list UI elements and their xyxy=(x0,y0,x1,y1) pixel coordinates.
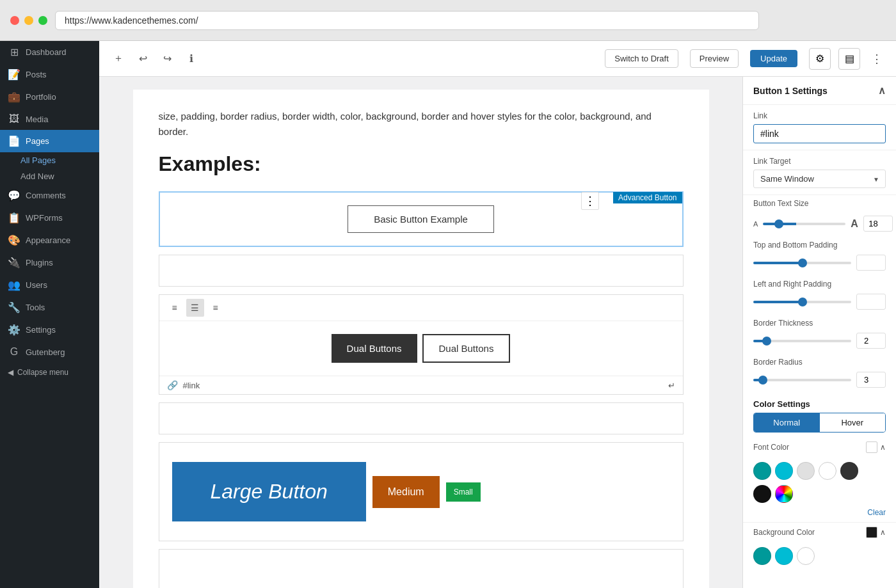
bg-swatch-white[interactable] xyxy=(797,547,815,565)
swatch-white[interactable] xyxy=(819,462,836,480)
sidebar-item-label: Pages xyxy=(26,136,49,146)
block-menu-icon[interactable]: ⋮ xyxy=(581,192,599,210)
sidebar-item-comments[interactable]: 💬 Comments xyxy=(0,184,99,207)
sidebar: ⊞ Dashboard 📝 Posts 💼 Portfolio 🖼 Media … xyxy=(0,41,99,588)
collapse-menu-button[interactable]: ◀ Collapse menu xyxy=(0,363,99,382)
browser-chrome: https://www.kadencethemes.com/ xyxy=(0,0,896,41)
top-bottom-padding-number[interactable] xyxy=(856,255,886,271)
sidebar-item-media[interactable]: 🖼 Media xyxy=(0,108,99,130)
dual-button-1[interactable]: Dual Buttons xyxy=(332,334,417,363)
border-radius-row xyxy=(743,369,896,393)
sidebar-item-label: Comments xyxy=(26,191,66,200)
undo-icon[interactable]: ↩ xyxy=(134,50,152,68)
editor-content: size, padding, border radius, border wid… xyxy=(133,90,709,588)
border-thickness-number[interactable] xyxy=(856,333,886,349)
sidebar-item-plugins[interactable]: 🔌 Plugins xyxy=(0,251,99,274)
link-field-container: Link xyxy=(743,105,896,150)
preview-button[interactable]: Preview xyxy=(690,49,739,68)
appearance-icon: 🎨 xyxy=(8,234,20,246)
align-left-button[interactable]: ≡ xyxy=(166,299,184,317)
top-bottom-padding-slider[interactable] xyxy=(753,262,851,264)
text-size-number[interactable] xyxy=(863,216,893,232)
font-color-chevron-icon[interactable]: ∧ xyxy=(880,443,886,452)
info-icon[interactable]: ℹ xyxy=(182,50,200,68)
update-button[interactable]: Update xyxy=(750,50,797,67)
switch-to-draft-button[interactable]: Switch to Draft xyxy=(605,49,678,68)
border-radius-number[interactable] xyxy=(856,372,886,388)
swatch-black[interactable] xyxy=(753,485,771,503)
bg-swatch-teal2[interactable] xyxy=(775,547,793,565)
sidebar-item-users[interactable]: 👥 Users xyxy=(0,274,99,296)
editor-area: size, padding, border radius, border wid… xyxy=(99,77,742,588)
bg-color-section: Background Color ∧ xyxy=(743,522,896,547)
sidebar-item-label: Portfolio xyxy=(26,92,56,102)
align-right-button[interactable]: ≡ xyxy=(207,299,225,317)
border-radius-label: Border Radius xyxy=(743,354,896,369)
dual-toolbar: ≡ ☰ ≡ xyxy=(159,295,683,321)
sidebar-item-settings[interactable]: ⚙️ Settings xyxy=(0,319,99,341)
examples-heading: Examples: xyxy=(159,152,684,176)
bg-color-label: Background Color xyxy=(753,528,815,537)
border-thickness-slider[interactable] xyxy=(753,340,851,342)
sidebar-item-dashboard[interactable]: ⊞ Dashboard xyxy=(0,41,99,63)
maximize-button[interactable] xyxy=(38,16,47,25)
plugins-icon: 🔌 xyxy=(8,257,20,269)
redo-icon[interactable]: ↪ xyxy=(158,50,176,68)
left-right-padding-slider[interactable] xyxy=(753,301,851,303)
medium-button[interactable]: Medium xyxy=(372,476,440,508)
address-bar[interactable]: https://www.kadencethemes.com/ xyxy=(55,11,759,30)
normal-tab[interactable]: Normal xyxy=(754,413,820,432)
dual-button-2[interactable]: Dual Buttons xyxy=(422,334,511,363)
minimize-button[interactable] xyxy=(24,16,33,25)
border-thickness-row xyxy=(743,330,896,354)
empty-block-1 xyxy=(159,255,684,287)
sidebar-item-wpforms[interactable]: 📋 WPForms xyxy=(0,207,99,229)
close-button[interactable] xyxy=(10,16,19,25)
text-size-small-label: A xyxy=(753,220,758,228)
add-block-icon[interactable]: ＋ xyxy=(109,50,127,68)
small-button[interactable]: Small xyxy=(446,482,481,502)
sidebar-item-pages[interactable]: 📄 Pages xyxy=(0,130,99,152)
sidebar-subitem-all-pages[interactable]: All Pages xyxy=(0,152,99,168)
large-button[interactable]: Large Button xyxy=(172,462,366,521)
sidebar-item-appearance[interactable]: 🎨 Appearance xyxy=(0,229,99,251)
border-radius-slider[interactable] xyxy=(753,379,851,381)
sidebar-item-portfolio[interactable]: 💼 Portfolio xyxy=(0,86,99,108)
text-size-slider[interactable] xyxy=(763,223,845,225)
panel-header: Button 1 Settings ∧ xyxy=(743,77,896,105)
swatch-dark[interactable] xyxy=(840,462,858,480)
collapse-arrow-icon: ◀ xyxy=(8,368,13,377)
bg-color-chevron-icon[interactable]: ∧ xyxy=(880,528,886,537)
swatch-teal2[interactable] xyxy=(775,462,793,480)
more-options-button[interactable]: ⋮ xyxy=(868,50,886,68)
sidebar-item-posts[interactable]: 📝 Posts xyxy=(0,63,99,86)
basic-button[interactable]: Basic Button Example xyxy=(348,205,494,233)
swatch-rainbow[interactable] xyxy=(775,485,793,503)
panel-collapse-icon[interactable]: ∧ xyxy=(878,84,886,97)
link-target-select[interactable]: Same Window New Window xyxy=(753,170,886,188)
sidebar-subitem-add-new[interactable]: Add New xyxy=(0,168,99,184)
text-size-large-label: A xyxy=(851,218,858,230)
color-tabs: Normal Hover xyxy=(753,413,886,433)
sidebar-item-label: WPForms xyxy=(26,213,63,223)
font-color-swatch[interactable] xyxy=(866,441,877,453)
link-label: Link xyxy=(753,111,886,120)
sidebar-item-gutenberg[interactable]: G Gutenberg xyxy=(0,341,99,363)
border-thickness-label: Border Thickness xyxy=(743,315,896,330)
sidebar-item-label: Posts xyxy=(26,70,47,79)
align-center-button[interactable]: ☰ xyxy=(186,299,204,317)
left-right-padding-number[interactable] xyxy=(856,294,886,310)
link-input[interactable] xyxy=(753,124,886,143)
layout-button[interactable]: ▤ xyxy=(838,48,860,70)
text-size-label: Button Text Size xyxy=(743,195,896,211)
bg-color-swatch[interactable] xyxy=(866,527,877,538)
sidebar-item-tools[interactable]: 🔧 Tools xyxy=(0,296,99,319)
bg-color-header: Background Color ∧ xyxy=(753,527,886,538)
sidebar-item-label: Gutenberg xyxy=(26,347,65,357)
swatch-light[interactable] xyxy=(797,462,815,480)
swatch-teal1[interactable] xyxy=(753,462,771,480)
settings-gear-button[interactable]: ⚙ xyxy=(809,48,831,70)
hover-tab[interactable]: Hover xyxy=(820,413,886,432)
bg-swatch-teal1[interactable] xyxy=(753,547,771,565)
clear-link[interactable]: Clear xyxy=(743,508,896,522)
